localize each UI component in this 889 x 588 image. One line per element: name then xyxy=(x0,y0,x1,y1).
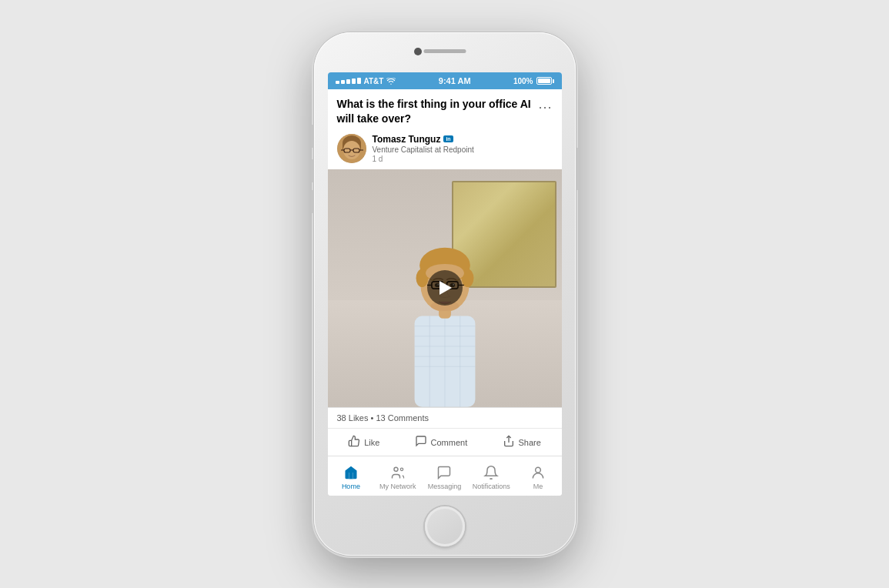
status-time: 9:41 AM xyxy=(439,76,471,85)
separator: • xyxy=(371,413,374,423)
home-button[interactable] xyxy=(425,506,465,546)
status-bar: AT&T 9:41 AM 100% xyxy=(328,72,562,89)
post-card: What is the first thing in your office A… xyxy=(328,89,562,456)
nav-me-label: Me xyxy=(533,483,543,490)
home-icon xyxy=(343,464,359,481)
comment-label: Comment xyxy=(431,438,468,447)
play-icon xyxy=(439,281,452,295)
share-button[interactable]: Share xyxy=(496,433,547,451)
my-network-icon xyxy=(389,464,406,481)
share-icon xyxy=(503,435,515,449)
author-name: Tomasz Tunguz xyxy=(373,134,441,145)
nav-item-notifications[interactable]: Notifications xyxy=(472,464,510,490)
app-content: What is the first thing in your office A… xyxy=(328,89,562,456)
author-info: Tomasz Tunguz in Venture Capitalist at R… xyxy=(373,134,553,163)
linkedin-badge: in xyxy=(443,135,453,142)
nav-home-label: Home xyxy=(342,483,360,490)
nav-item-me[interactable]: Me xyxy=(519,464,557,490)
nav-item-my-network[interactable]: My Network xyxy=(379,464,417,490)
svg-point-38 xyxy=(536,467,541,473)
post-time: 1 d xyxy=(373,155,553,163)
bottom-nav: Home My Network xyxy=(328,456,562,496)
likes-count: 38 Likes xyxy=(337,413,369,423)
nav-item-messaging[interactable]: Messaging xyxy=(425,464,463,490)
action-bar: Like Comment xyxy=(328,428,562,456)
battery-icon xyxy=(536,77,554,85)
video-person xyxy=(376,205,514,407)
share-label: Share xyxy=(519,438,541,447)
nav-my-network-label: My Network xyxy=(379,483,416,490)
post-header: What is the first thing in your office A… xyxy=(328,89,562,131)
comment-button[interactable]: Comment xyxy=(409,433,474,451)
svg-point-37 xyxy=(400,468,403,470)
post-author[interactable]: Tomasz Tunguz in Venture Capitalist at R… xyxy=(328,131,562,169)
phone-wrapper: AT&T 9:41 AM 100% xyxy=(314,32,576,556)
author-title: Venture Capitalist at Redpoint xyxy=(373,145,553,154)
nav-messaging-label: Messaging xyxy=(428,483,462,490)
nav-notifications-label: Notifications xyxy=(473,483,510,490)
carrier-label: AT&T xyxy=(364,77,384,85)
screen: AT&T 9:41 AM 100% xyxy=(328,72,562,496)
signal-icon xyxy=(336,78,361,84)
like-label: Like xyxy=(364,438,379,447)
comments-count: 13 Comments xyxy=(376,413,428,423)
notifications-icon xyxy=(483,464,500,481)
messaging-icon xyxy=(436,464,453,481)
like-icon xyxy=(348,435,360,449)
post-more-button[interactable]: ... xyxy=(538,97,552,111)
video-container[interactable] xyxy=(328,169,562,407)
speaker-top xyxy=(423,49,466,53)
camera-front xyxy=(414,48,422,55)
battery-percent: 100% xyxy=(513,77,533,85)
like-button[interactable]: Like xyxy=(342,433,386,451)
wifi-icon xyxy=(386,78,396,85)
svg-point-36 xyxy=(394,467,398,471)
post-question: What is the first thing in your office A… xyxy=(337,97,539,126)
engagement-bar: 38 Likes • 13 Comments xyxy=(328,407,562,428)
avatar xyxy=(337,134,366,163)
comment-icon xyxy=(415,435,427,449)
play-button[interactable] xyxy=(427,270,463,306)
me-icon xyxy=(530,464,546,481)
nav-item-home[interactable]: Home xyxy=(332,464,370,490)
